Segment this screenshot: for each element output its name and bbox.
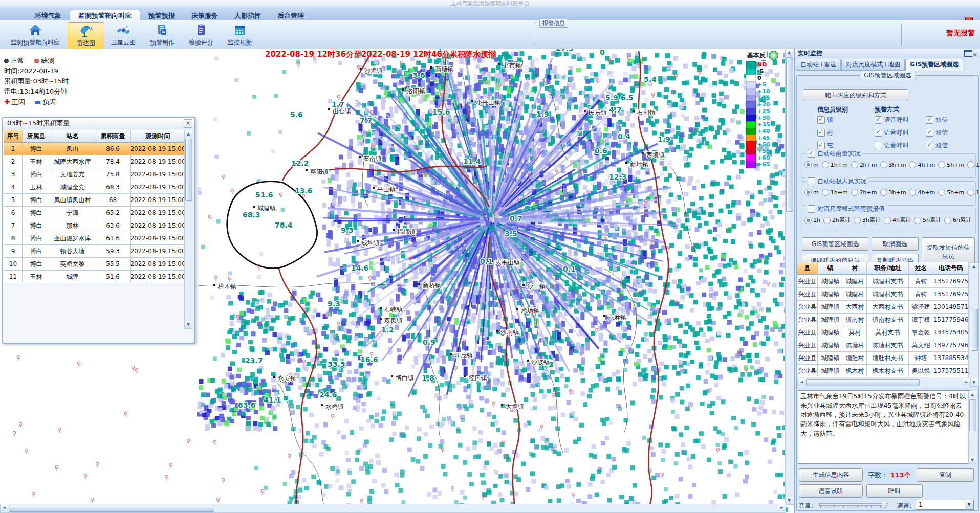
toolbar-button-6[interactable]: 监控刷新 [221, 22, 259, 49]
message-textarea[interactable]: 玉林市气象台19日5时15分发布暴雨橙色预警信号：4时以来兴业县城隍大西水库已出… [798, 390, 970, 464]
voice-checkbox[interactable] [875, 142, 882, 149]
radio-option[interactable]: 2h+m [851, 189, 877, 196]
radio-option[interactable]: 12h+m [967, 189, 980, 196]
contact-table-row[interactable]: 兴业县城隍镇城隍村城隍村支书黄铸135176975 [797, 288, 969, 301]
menu-item-2[interactable]: 监测预警靶向叫应 [70, 10, 140, 21]
toolbar-button-4[interactable]: 预警制作 [143, 22, 181, 49]
radio-icon[interactable] [880, 189, 887, 196]
radio-icon[interactable] [851, 189, 858, 196]
radio-icon[interactable] [938, 189, 945, 196]
contact-column-header[interactable]: 村 [843, 262, 867, 275]
radio-icon[interactable] [909, 189, 916, 196]
voice-checkbox[interactable] [875, 129, 882, 137]
contact-column-header[interactable]: 电话号码 [933, 262, 969, 275]
contact-table-row[interactable]: 兴业县城隍镇城隍村城隍村支书黄铸135176975 [797, 275, 969, 288]
close-icon[interactable]: × [971, 51, 978, 58]
toolbar-button-2[interactable]: 雷达图 [68, 22, 104, 50]
radio-icon[interactable] [804, 161, 812, 168]
contact-table-row[interactable]: 兴业县城隍镇枫木村枫木村支书吴以悦137375511 [797, 365, 969, 377]
radio-icon[interactable] [822, 189, 829, 196]
contact-column-header[interactable]: 县 [797, 262, 818, 275]
radio-icon[interactable] [967, 161, 974, 168]
contact-hscrollbar[interactable]: ◄► [797, 378, 971, 387]
rain-table-row[interactable]: 3博白文地姜充75.82022-08-19 15:00 [4, 168, 185, 181]
radio-icon[interactable] [967, 189, 974, 196]
radio-option[interactable]: m [804, 189, 819, 196]
contact-column-header[interactable]: 镇 [818, 262, 843, 275]
menu-item-6[interactable]: 后台管理 [269, 10, 312, 21]
radio-option[interactable]: 2h累计 [823, 216, 851, 224]
radio-option[interactable]: 1h [804, 217, 820, 224]
contact-vscrollbar[interactable]: ▲▼ [970, 262, 979, 387]
contact-table-row[interactable]: 兴业县城隍镇大西村大西村支书梁泽建130149571 [797, 301, 969, 314]
rain-column-header[interactable]: 所属县 [23, 130, 50, 143]
radio-icon[interactable] [909, 161, 916, 168]
level-checkbox[interactable] [817, 129, 825, 137]
radio-option[interactable]: 5h+m [938, 161, 964, 168]
radio-icon[interactable] [804, 217, 812, 224]
voice-checkbox[interactable] [875, 116, 882, 124]
speed-combobox[interactable]: 1 ▼ [916, 500, 974, 510]
radio-icon[interactable] [880, 161, 887, 168]
generate-message-button[interactable]: 生成信息内容 [799, 468, 863, 482]
contact-table-row[interactable]: 兴业县城隍镇莫村莫村支书覃金乾134575405 [797, 326, 969, 339]
message-vscrollbar[interactable]: ▲▼ [968, 391, 977, 464]
radio-option[interactable]: m [804, 161, 819, 168]
rain-table-row[interactable]: 7博白那林63.62022-08-19 15:00 [4, 219, 185, 232]
panel-tab-1[interactable]: 自动站+雷达 [796, 59, 841, 71]
rain-live-checkbox[interactable] [808, 150, 815, 158]
radio-option[interactable]: 3h+m [880, 189, 906, 196]
menu-item-3[interactable]: 预警预报 [140, 10, 183, 21]
radio-icon[interactable] [944, 217, 951, 224]
panel-tab-2[interactable]: 对流尺度模式+地图 [841, 59, 905, 71]
pin-icon[interactable] [964, 50, 971, 58]
call-button[interactable]: 呼叫 [866, 484, 923, 498]
rain-table-row[interactable]: 11玉林城隍51.62022-08-19 15:00 [4, 271, 185, 283]
radio-option[interactable]: 3h累计 [854, 216, 881, 224]
voice-preview-button[interactable]: 语音试听 [799, 484, 863, 498]
toolbar-button-1[interactable]: 监测预警靶向叫应 [4, 22, 67, 49]
radio-option[interactable]: 5h+m [938, 189, 964, 196]
menu-item-5[interactable]: 人影指挥 [226, 10, 269, 21]
combo-dropdown-icon[interactable]: ▼ [965, 501, 973, 509]
rain-table-row[interactable]: 1博白凤山86.62022-08-19 15:00 [4, 143, 185, 155]
panel-tab-3[interactable]: GIS预警区域圈选 [905, 59, 963, 71]
rain-table-row[interactable]: 10博白英桥文黎55.52022-08-19 15:00 [4, 258, 185, 271]
rain-table-row[interactable]: 2玉林城隍大西水库78.42022-08-19 15:00 [4, 155, 185, 168]
contact-table-row[interactable]: 兴业县城隍镇陈塘村陈塘村支书莫文绍139775796 [797, 339, 969, 352]
radio-icon[interactable] [804, 189, 812, 196]
menu-item-4[interactable]: 决策服务 [183, 10, 226, 21]
radio-icon[interactable] [822, 161, 829, 168]
rain-table-vscrollbar[interactable]: ▲▼ [184, 130, 193, 329]
radio-option[interactable]: 4h+m [909, 189, 935, 196]
radio-option[interactable]: 4h累计 [884, 216, 911, 224]
radio-option[interactable]: 12h+m [967, 161, 980, 168]
radio-option[interactable]: 3h+m [880, 161, 906, 168]
radio-icon[interactable] [823, 217, 831, 224]
radio-option[interactable]: 1h+m [822, 189, 848, 196]
contact-table-row[interactable]: 兴业县城隍镇镇南村镇南村支书谭于模151775946 [797, 314, 969, 326]
contact-column-header[interactable]: 姓名 [909, 262, 933, 275]
sms-checkbox[interactable] [926, 129, 933, 137]
rain-column-header[interactable]: 序号 [4, 130, 23, 143]
radio-option[interactable]: 1h+m [822, 161, 848, 168]
gis-select-button[interactable]: GIS预警区域圈选 [802, 237, 868, 251]
rain-table-row[interactable]: 6博白宁潭65.22022-08-19 15:00 [4, 207, 185, 219]
toolbar-button-3[interactable]: 卫星云图 [104, 22, 142, 49]
radio-icon[interactable] [851, 161, 858, 168]
rain-table-row[interactable]: 8博白亚山温罗水库61.62022-08-19 15:00 [4, 232, 185, 245]
map-area[interactable]: 沙塘镇蒲塘镇北市镇洛阳镇小平山镇山心镇民乐镇石和镇石南镇葵阳镇平山镇城隍镇福绵镇… [0, 49, 794, 513]
radio-icon[interactable] [884, 217, 891, 224]
radio-option[interactable]: 6h累计 [944, 216, 971, 224]
volume-slider[interactable] [819, 501, 888, 508]
map-hscrollbar[interactable]: ◄► [0, 504, 786, 513]
contact-column-header[interactable]: 职务/地址 [867, 262, 909, 275]
menu-item-1[interactable]: 环境气象 [27, 10, 70, 21]
contact-table-row[interactable]: 兴业县城隍镇塘肚村塘肚村支书钟塔137885534 [797, 352, 969, 365]
rain-column-header[interactable]: 累积雨量 [95, 130, 131, 143]
toolbar-button-5[interactable]: 检验评分 [182, 22, 220, 49]
radio-option[interactable]: 4h+m [909, 161, 935, 168]
forecast-checkbox[interactable] [808, 205, 815, 213]
level-checkbox[interactable] [817, 116, 825, 124]
target-level-button[interactable]: 靶向叫应的级别和方式 [803, 89, 908, 101]
